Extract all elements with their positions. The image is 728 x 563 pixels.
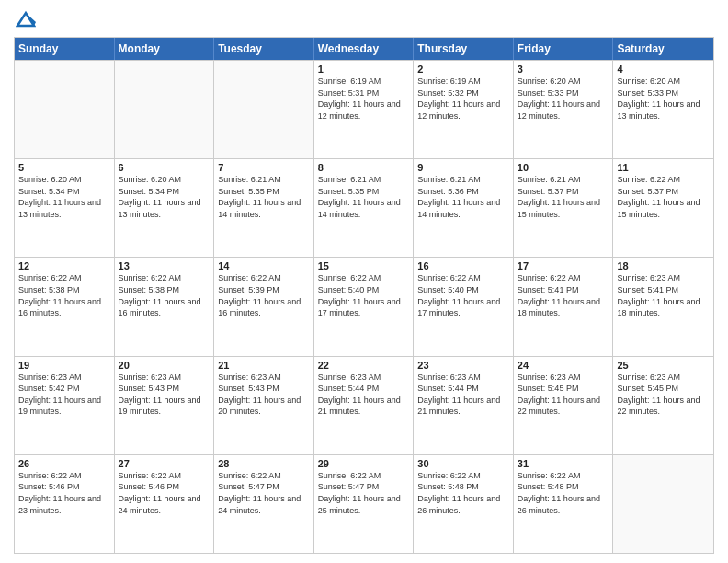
day-info: Sunrise: 6:22 AM Sunset: 5:46 PM Dayligh… [119, 470, 210, 516]
day-cell-19: 19Sunrise: 6:23 AM Sunset: 5:42 PM Dayli… [15, 357, 115, 454]
calendar-header-row: SundayMondayTuesdayWednesdayThursdayFrid… [15, 38, 713, 60]
day-cell-31: 31Sunrise: 6:22 AM Sunset: 5:48 PM Dayli… [514, 455, 614, 553]
day-cell-16: 16Sunrise: 6:22 AM Sunset: 5:40 PM Dayli… [414, 258, 514, 355]
day-number: 25 [617, 360, 710, 371]
day-number: 29 [318, 458, 410, 469]
day-cell-17: 17Sunrise: 6:22 AM Sunset: 5:41 PM Dayli… [514, 258, 614, 355]
day-number: 19 [18, 360, 110, 371]
day-number: 15 [318, 260, 410, 271]
day-cell-10: 10Sunrise: 6:21 AM Sunset: 5:37 PM Dayli… [514, 159, 614, 257]
day-info: Sunrise: 6:22 AM Sunset: 5:48 PM Dayligh… [518, 470, 609, 516]
header-cell-thursday: Thursday [414, 38, 514, 60]
day-number: 9 [417, 162, 509, 173]
day-info: Sunrise: 6:20 AM Sunset: 5:33 PM Dayligh… [518, 75, 609, 121]
header [14, 9, 714, 29]
day-cell-27: 27Sunrise: 6:22 AM Sunset: 5:46 PM Dayli… [115, 455, 215, 553]
day-info: Sunrise: 6:23 AM Sunset: 5:43 PM Dayligh… [218, 372, 310, 418]
day-info: Sunrise: 6:23 AM Sunset: 5:44 PM Dayligh… [417, 372, 509, 418]
day-number: 1 [318, 63, 410, 75]
header-cell-monday: Monday [115, 38, 215, 60]
day-info: Sunrise: 6:19 AM Sunset: 5:31 PM Dayligh… [318, 75, 410, 121]
day-cell-12: 12Sunrise: 6:22 AM Sunset: 5:38 PM Dayli… [15, 258, 115, 355]
day-cell-29: 29Sunrise: 6:22 AM Sunset: 5:47 PM Dayli… [314, 455, 415, 553]
day-number: 5 [18, 162, 110, 173]
day-info: Sunrise: 6:23 AM Sunset: 5:41 PM Dayligh… [617, 272, 710, 318]
day-info: Sunrise: 6:23 AM Sunset: 5:45 PM Dayligh… [518, 372, 609, 418]
day-number: 4 [617, 63, 710, 75]
day-number: 13 [119, 260, 210, 271]
day-cell-11: 11Sunrise: 6:22 AM Sunset: 5:37 PM Dayli… [613, 159, 713, 257]
day-cell-3: 3Sunrise: 6:20 AM Sunset: 5:33 PM Daylig… [514, 61, 614, 158]
day-info: Sunrise: 6:21 AM Sunset: 5:35 PM Dayligh… [318, 174, 410, 220]
day-cell-13: 13Sunrise: 6:22 AM Sunset: 5:38 PM Dayli… [115, 258, 215, 355]
day-info: Sunrise: 6:22 AM Sunset: 5:39 PM Dayligh… [218, 272, 310, 318]
day-number: 22 [318, 360, 410, 371]
day-number: 16 [417, 260, 509, 271]
day-number: 27 [119, 458, 210, 469]
calendar-body: 1Sunrise: 6:19 AM Sunset: 5:31 PM Daylig… [15, 60, 713, 553]
header-cell-tuesday: Tuesday [214, 38, 314, 60]
calendar-week-4: 19Sunrise: 6:23 AM Sunset: 5:42 PM Dayli… [15, 356, 713, 454]
day-info: Sunrise: 6:19 AM Sunset: 5:32 PM Dayligh… [417, 75, 509, 121]
day-info: Sunrise: 6:22 AM Sunset: 5:37 PM Dayligh… [617, 174, 710, 220]
day-number: 12 [18, 260, 110, 271]
day-cell-21: 21Sunrise: 6:23 AM Sunset: 5:43 PM Dayli… [214, 357, 314, 454]
day-number: 8 [318, 162, 410, 173]
empty-cell [15, 61, 115, 158]
day-cell-25: 25Sunrise: 6:23 AM Sunset: 5:45 PM Dayli… [613, 357, 713, 454]
day-number: 14 [218, 260, 310, 271]
day-info: Sunrise: 6:22 AM Sunset: 5:41 PM Dayligh… [518, 272, 609, 318]
empty-cell [214, 61, 314, 158]
day-number: 26 [18, 458, 110, 469]
day-info: Sunrise: 6:23 AM Sunset: 5:44 PM Dayligh… [318, 372, 410, 418]
day-info: Sunrise: 6:21 AM Sunset: 5:37 PM Dayligh… [518, 174, 609, 220]
day-info: Sunrise: 6:22 AM Sunset: 5:40 PM Dayligh… [318, 272, 410, 318]
day-info: Sunrise: 6:20 AM Sunset: 5:34 PM Dayligh… [18, 174, 110, 220]
day-info: Sunrise: 6:22 AM Sunset: 5:40 PM Dayligh… [417, 272, 509, 318]
day-info: Sunrise: 6:22 AM Sunset: 5:47 PM Dayligh… [218, 470, 310, 516]
day-cell-5: 5Sunrise: 6:20 AM Sunset: 5:34 PM Daylig… [15, 159, 115, 257]
day-info: Sunrise: 6:23 AM Sunset: 5:42 PM Dayligh… [18, 372, 110, 418]
day-cell-1: 1Sunrise: 6:19 AM Sunset: 5:31 PM Daylig… [314, 61, 415, 158]
day-number: 6 [119, 162, 210, 173]
day-cell-20: 20Sunrise: 6:23 AM Sunset: 5:43 PM Dayli… [115, 357, 215, 454]
day-cell-18: 18Sunrise: 6:23 AM Sunset: 5:41 PM Dayli… [613, 258, 713, 355]
empty-cell [613, 455, 713, 553]
empty-cell [115, 61, 215, 158]
day-info: Sunrise: 6:22 AM Sunset: 5:48 PM Dayligh… [417, 470, 509, 516]
calendar-week-2: 5Sunrise: 6:20 AM Sunset: 5:34 PM Daylig… [15, 158, 713, 257]
day-number: 10 [518, 162, 609, 173]
day-info: Sunrise: 6:23 AM Sunset: 5:45 PM Dayligh… [617, 372, 710, 418]
day-number: 28 [218, 458, 310, 469]
day-number: 18 [617, 260, 710, 271]
header-cell-friday: Friday [514, 38, 614, 60]
day-info: Sunrise: 6:22 AM Sunset: 5:38 PM Dayligh… [18, 272, 110, 318]
day-cell-7: 7Sunrise: 6:21 AM Sunset: 5:35 PM Daylig… [214, 159, 314, 257]
day-cell-9: 9Sunrise: 6:21 AM Sunset: 5:36 PM Daylig… [414, 159, 514, 257]
day-cell-2: 2Sunrise: 6:19 AM Sunset: 5:32 PM Daylig… [414, 61, 514, 158]
day-cell-28: 28Sunrise: 6:22 AM Sunset: 5:47 PM Dayli… [214, 455, 314, 553]
day-number: 7 [218, 162, 310, 173]
day-cell-26: 26Sunrise: 6:22 AM Sunset: 5:46 PM Dayli… [15, 455, 115, 553]
day-number: 21 [218, 360, 310, 371]
calendar-week-5: 26Sunrise: 6:22 AM Sunset: 5:46 PM Dayli… [15, 454, 713, 553]
day-info: Sunrise: 6:20 AM Sunset: 5:34 PM Dayligh… [119, 174, 210, 220]
calendar: SundayMondayTuesdayWednesdayThursdayFrid… [14, 37, 714, 554]
day-cell-22: 22Sunrise: 6:23 AM Sunset: 5:44 PM Dayli… [314, 357, 415, 454]
day-number: 31 [518, 458, 609, 469]
day-cell-6: 6Sunrise: 6:20 AM Sunset: 5:34 PM Daylig… [115, 159, 215, 257]
day-cell-14: 14Sunrise: 6:22 AM Sunset: 5:39 PM Dayli… [214, 258, 314, 355]
day-number: 30 [417, 458, 509, 469]
day-cell-15: 15Sunrise: 6:22 AM Sunset: 5:40 PM Dayli… [314, 258, 415, 355]
day-number: 23 [417, 360, 509, 371]
logo [14, 9, 36, 29]
day-number: 11 [617, 162, 710, 173]
logo-icon [16, 9, 36, 29]
day-info: Sunrise: 6:22 AM Sunset: 5:38 PM Dayligh… [119, 272, 210, 318]
calendar-week-3: 12Sunrise: 6:22 AM Sunset: 5:38 PM Dayli… [15, 257, 713, 355]
day-info: Sunrise: 6:21 AM Sunset: 5:36 PM Dayligh… [417, 174, 509, 220]
header-cell-sunday: Sunday [15, 38, 115, 60]
day-info: Sunrise: 6:23 AM Sunset: 5:43 PM Dayligh… [119, 372, 210, 418]
calendar-week-1: 1Sunrise: 6:19 AM Sunset: 5:31 PM Daylig… [15, 60, 713, 158]
day-number: 2 [417, 63, 509, 75]
